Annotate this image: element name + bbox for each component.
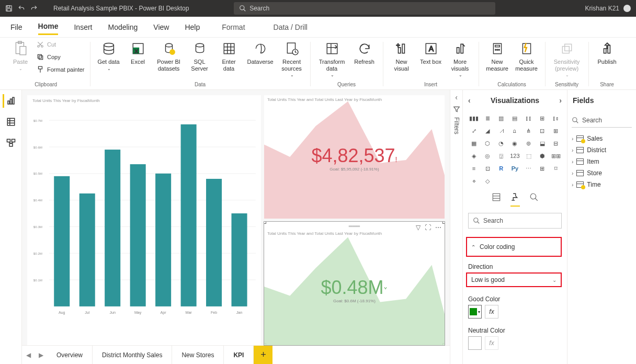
viz-type-4[interactable]: ⫿⫿ bbox=[523, 113, 535, 123]
viz-type-26[interactable]: ⬢ bbox=[537, 151, 548, 161]
viz-type-14[interactable]: ▦ bbox=[468, 138, 480, 149]
tabs-scroll-right[interactable]: ▶ bbox=[35, 351, 47, 359]
viz-type-20[interactable]: ⊟ bbox=[550, 138, 562, 149]
excel-button[interactable]: XExcel bbox=[125, 39, 151, 65]
field-table-sales[interactable]: ›Sales bbox=[572, 133, 632, 144]
viz-type-24[interactable]: 123 bbox=[509, 151, 520, 161]
publish-button[interactable]: Publish bbox=[594, 39, 620, 65]
color-coding-section[interactable]: ⌃ Color coding bbox=[466, 237, 562, 257]
enter-data-button[interactable]: Enter data bbox=[216, 39, 242, 72]
tab-overview[interactable]: Overview bbox=[47, 346, 93, 364]
viz-type-28[interactable]: ≡ bbox=[468, 163, 480, 174]
tab-kpi[interactable]: KPI bbox=[224, 346, 254, 364]
sensitivity-button[interactable]: Sensitivity (preview)⌄ bbox=[551, 39, 583, 77]
viz-type-22[interactable]: ◎ bbox=[482, 151, 493, 161]
viz-type-2[interactable]: ▥ bbox=[495, 113, 507, 123]
redo-icon[interactable] bbox=[30, 5, 38, 12]
menu-modeling[interactable]: Modeling bbox=[108, 20, 138, 35]
good-color-fx[interactable]: fx bbox=[485, 305, 498, 318]
field-table-district[interactable]: ›District bbox=[572, 144, 632, 156]
viz-type-25[interactable]: ⬚ bbox=[523, 151, 535, 161]
text-box-button[interactable]: AText box bbox=[418, 39, 444, 65]
neutral-color-swatch[interactable] bbox=[468, 336, 482, 350]
refresh-button[interactable]: Refresh bbox=[351, 39, 378, 65]
pbi-datasets-button[interactable]: Power BI datasets bbox=[154, 39, 184, 72]
more-visuals-button[interactable]: More visuals⌄ bbox=[447, 39, 473, 77]
viz-type-35[interactable]: ⋄ bbox=[468, 176, 480, 186]
menu-format[interactable]: Format bbox=[215, 20, 251, 35]
menu-data-drill[interactable]: Data / Drill bbox=[267, 20, 314, 35]
recent-sources-button[interactable]: Recent sources⌄ bbox=[279, 39, 305, 77]
viz-type-17[interactable]: ◉ bbox=[509, 138, 520, 149]
viz-type-30[interactable]: R bbox=[495, 163, 507, 174]
viz-type-21[interactable]: ◈ bbox=[468, 151, 480, 161]
menu-help[interactable]: Help bbox=[185, 20, 200, 35]
viz-type-23[interactable]: ⍰ bbox=[495, 151, 507, 161]
dataverse-button[interactable]: Dataverse bbox=[245, 39, 276, 65]
field-table-item[interactable]: ›Item bbox=[572, 156, 632, 167]
new-measure-button[interactable]: New measure bbox=[484, 39, 510, 72]
neutral-color-fx[interactable]: fx bbox=[485, 336, 498, 350]
fields-well-tab[interactable] bbox=[492, 192, 501, 207]
direction-dropdown[interactable]: Low is good ⌄ bbox=[466, 272, 562, 287]
viz-type-15[interactable]: ⬡ bbox=[482, 138, 493, 149]
data-view-button[interactable] bbox=[4, 115, 18, 129]
cut-button[interactable]: Cut bbox=[37, 40, 85, 49]
viz-collapse-left-icon[interactable]: ‹ bbox=[468, 96, 471, 105]
paste-button[interactable]: Paste⌄ bbox=[7, 39, 33, 71]
menu-view[interactable]: View bbox=[153, 20, 169, 35]
kpi-visual-good[interactable]: ═══ ▽ ⛶ ⋯ Total Units This Year and Tota… bbox=[264, 222, 445, 345]
viz-type-8[interactable]: ◢ bbox=[482, 126, 493, 136]
viz-type-16[interactable]: ◔ bbox=[495, 138, 507, 149]
viz-type-31[interactable]: Py bbox=[509, 163, 520, 174]
viz-type-12[interactable]: ⊡ bbox=[537, 126, 548, 136]
viz-type-7[interactable]: ⤢ bbox=[468, 126, 480, 136]
format-tab[interactable] bbox=[510, 192, 520, 207]
field-table-time[interactable]: ›Time bbox=[572, 179, 632, 190]
analytics-tab[interactable] bbox=[529, 192, 539, 207]
new-visual-button[interactable]: +New visual bbox=[389, 39, 415, 72]
viz-type-34[interactable]: ⌑ bbox=[550, 163, 562, 174]
viz-collapse-right-icon[interactable]: › bbox=[559, 96, 562, 105]
viz-type-11[interactable]: ⋔ bbox=[523, 126, 535, 136]
filters-pane-collapsed[interactable]: ‹ Filters bbox=[450, 90, 462, 364]
viz-type-1[interactable]: ≣ bbox=[482, 113, 493, 123]
menu-home[interactable]: Home bbox=[38, 19, 59, 35]
menu-insert[interactable]: Insert bbox=[74, 20, 92, 35]
viz-type-3[interactable]: ▤ bbox=[509, 113, 520, 123]
viz-type-36[interactable]: ◇ bbox=[482, 176, 493, 186]
user-menu[interactable]: Krishan K21 bbox=[585, 5, 636, 12]
viz-type-5[interactable]: ⊞ bbox=[537, 113, 548, 123]
viz-type-19[interactable]: ⬓ bbox=[537, 138, 548, 149]
global-search[interactable]: Search bbox=[234, 2, 495, 15]
field-table-store[interactable]: ›Store bbox=[572, 167, 632, 179]
sql-server-button[interactable]: SQL Server bbox=[187, 39, 213, 72]
quick-measure-button[interactable]: Quick measure bbox=[514, 39, 540, 72]
undo-icon[interactable] bbox=[18, 5, 25, 12]
format-search[interactable]: Search bbox=[468, 213, 562, 229]
tabs-scroll-left[interactable]: ◀ bbox=[22, 351, 35, 359]
fields-search[interactable]: Search bbox=[572, 113, 632, 128]
kpi-visual-bad[interactable]: Total Units This Year and Total Units La… bbox=[264, 95, 445, 219]
viz-type-29[interactable]: ⊡ bbox=[482, 163, 493, 174]
viz-type-37[interactable] bbox=[495, 176, 507, 186]
tab-new-stores[interactable]: New Stores bbox=[172, 346, 224, 364]
report-view-button[interactable] bbox=[3, 94, 16, 108]
model-view-button[interactable] bbox=[4, 136, 18, 150]
viz-type-10[interactable]: ⩍ bbox=[509, 126, 520, 136]
get-data-button[interactable]: Get data⌄ bbox=[96, 39, 122, 71]
format-painter-button[interactable]: Format painter bbox=[37, 65, 85, 74]
viz-type-32[interactable]: ⋯ bbox=[523, 163, 535, 174]
tab-add-page[interactable]: + bbox=[254, 346, 272, 364]
expand-filters-icon[interactable]: ‹ bbox=[455, 93, 458, 101]
viz-type-9[interactable]: ⩘ bbox=[495, 126, 507, 136]
menu-file[interactable]: File bbox=[10, 20, 22, 35]
viz-type-0[interactable]: ▮▮▮ bbox=[468, 113, 480, 123]
viz-type-33[interactable]: ⊞ bbox=[537, 163, 548, 174]
viz-type-18[interactable]: ⊚ bbox=[523, 138, 535, 149]
bar-chart-visual[interactable]: Total Units This Year by FiscalMonth $0.… bbox=[27, 95, 261, 345]
transform-data-button[interactable]: Transform data⌄ bbox=[316, 39, 348, 77]
viz-type-6[interactable]: ⫿⫾ bbox=[550, 113, 562, 123]
viz-type-27[interactable]: ⊞⊞ bbox=[550, 151, 562, 161]
copy-button[interactable]: Copy bbox=[37, 52, 85, 62]
